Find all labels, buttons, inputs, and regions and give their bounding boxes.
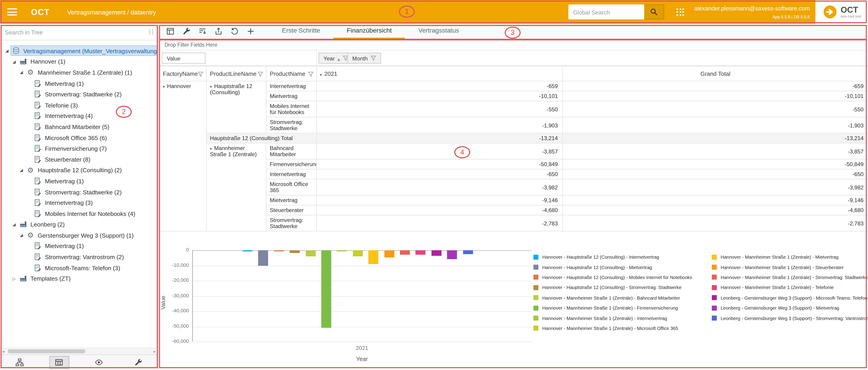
tab-erste-schritte[interactable]: Erste Schritte <box>269 24 334 39</box>
export-button[interactable] <box>211 25 227 38</box>
tree-item[interactable]: Telefonie (3) <box>0 100 157 110</box>
hierarchy-button[interactable] <box>10 356 30 369</box>
filter-icon[interactable] <box>308 71 313 77</box>
history-button[interactable] <box>227 25 243 38</box>
chart-bar <box>431 250 441 256</box>
gridline <box>193 296 532 297</box>
wrench-button[interactable] <box>128 356 148 369</box>
add-button[interactable] <box>243 25 259 38</box>
tree-expander-icon[interactable]: ◢ <box>18 233 25 238</box>
form-view-button[interactable] <box>162 25 178 38</box>
eye-button[interactable] <box>89 356 109 369</box>
tree-item[interactable]: Microsoft-Teams: Telefon (3) <box>0 262 157 273</box>
tree-item[interactable]: ◢Hannover (1) <box>0 56 157 67</box>
collapse-row-icon[interactable] <box>210 85 212 89</box>
export-icon <box>214 27 223 36</box>
tree-item-content: ⚙Gerstensburger Weg 3 (Support) (1) <box>25 230 136 240</box>
col-header-factoryname[interactable]: FactoryName <box>159 66 206 81</box>
tree-item[interactable]: Mietvertrag (1) <box>0 176 157 187</box>
global-search-input[interactable] <box>568 4 644 20</box>
pivot-body: HannoverHauptstraße 12 (Consulting)Inter… <box>159 81 868 231</box>
chart-bar <box>258 250 268 266</box>
user-email[interactable]: alexander.plessmann@saxess-software.com <box>694 5 810 11</box>
tree-item[interactable]: Mietvertrag (1) <box>0 241 157 251</box>
global-search-button[interactable] <box>645 4 664 20</box>
hamburger-menu-icon[interactable] <box>7 8 17 15</box>
tree-item[interactable]: ◢⚙Gerstensburger Weg 3 (Support) (1) <box>0 230 157 241</box>
tree-search-input[interactable] <box>5 29 150 35</box>
gear-icon: ⚙ <box>26 231 35 239</box>
tree-item[interactable]: Firmenversicherung (7) <box>0 143 157 154</box>
panel-handle-icon[interactable] <box>150 29 153 35</box>
month-field-chip[interactable]: Month <box>347 53 381 64</box>
expand-column-icon[interactable] <box>320 73 322 77</box>
legend-item: Hannover - Hauptstraße 12 (Consulting) -… <box>533 262 692 272</box>
tree-item[interactable]: Stromvertrag: Stadtwerke (2) <box>0 89 157 100</box>
legend-label: Hannover - Hauptstraße 12 (Consulting) -… <box>542 254 659 260</box>
tree-expander-icon[interactable]: ◢ <box>10 59 18 64</box>
tree-item-label: Mietvertrag (1) <box>45 80 84 87</box>
contract-icon <box>33 242 42 250</box>
contract-icon <box>33 177 42 186</box>
pivot-product-cell: Bahncard Mitarbeiter <box>266 143 317 159</box>
wrench-button[interactable] <box>178 25 194 38</box>
filter-icon[interactable] <box>370 56 376 61</box>
filter-fields-area[interactable]: Drop Filter Fields Here <box>159 39 868 51</box>
apps-grid-icon[interactable] <box>677 8 684 15</box>
tree-item[interactable]: Mobiles Internet für Notebooks (4) <box>0 208 157 219</box>
scroll-right-icon[interactable] <box>151 349 158 354</box>
collapse-row-icon[interactable] <box>210 147 212 151</box>
tree-expander-icon[interactable]: ◢ <box>10 222 18 227</box>
legend-swatch <box>533 295 538 300</box>
collapse-all-button[interactable] <box>194 25 211 38</box>
app-logo-text[interactable]: OCT <box>31 7 50 17</box>
tree-item-label: Templates (ZT) <box>31 275 71 282</box>
tree-expander-icon[interactable]: ▷ <box>10 276 18 281</box>
scroll-left-icon[interactable] <box>0 349 6 354</box>
tree-item[interactable]: Bahncard Mitarbeiter (5) <box>0 121 157 132</box>
col-header-productlinename[interactable]: ProductLineName <box>206 66 266 81</box>
tree-item[interactable]: Internetvertrag (4) <box>0 110 157 121</box>
pivot-product-cell: Internetvertrag <box>266 81 317 91</box>
tree-expander-icon[interactable]: ◢ <box>18 168 25 173</box>
collapse-row-icon[interactable] <box>163 85 165 89</box>
data-field-chip[interactable]: Value <box>162 53 205 64</box>
scrollbar-track[interactable] <box>6 349 151 354</box>
tree-expander-icon[interactable]: ◢ <box>18 70 25 75</box>
filter-icon[interactable] <box>258 71 263 77</box>
pivot-product-cell: Microsoft Office 365 <box>266 179 317 195</box>
tree-item[interactable]: ◢Leonberg (2) <box>0 219 157 230</box>
tree-item[interactable]: ▷Templates (ZT) <box>0 273 157 284</box>
tab-vertragsstatus[interactable]: Vertragsstatus <box>405 24 472 39</box>
tree-horizontal-scrollbar[interactable] <box>0 348 158 355</box>
y-tick-label: -60,000 <box>159 338 189 344</box>
legend-swatch <box>712 265 717 270</box>
legend-item: Hannover - Mannheimer Straße 1 (Zentrale… <box>712 262 868 272</box>
pivot-header-row: FactoryName ProductLineName ProductName … <box>159 66 868 81</box>
tree-item[interactable]: Internetvertrag (3) <box>0 197 157 208</box>
tree-item[interactable]: ◢⚙Mannheimer Straße 1 (Zentrale) (1) <box>0 67 157 78</box>
col-header-year-2021[interactable]: 2021 <box>316 66 562 81</box>
tree-item[interactable]: Stromvertrag: Vantrostrom (2) <box>0 251 157 262</box>
tree-item[interactable]: Steuerberater (8) <box>0 154 157 165</box>
col-header-productname[interactable]: ProductName <box>266 66 317 81</box>
tree-item[interactable]: ◢⚙Hauptstraße 12 (Consulting) (2) <box>0 165 157 176</box>
pivot-product-cell: Mietvertrag <box>266 91 317 101</box>
pivot-year-value: -3,857 <box>316 143 562 159</box>
pivot-grand-total-value: -4,680 <box>563 205 868 215</box>
contract-icon <box>33 123 42 131</box>
data-field-label: Value <box>167 55 180 61</box>
data-table-button[interactable] <box>49 356 69 369</box>
filter-icon[interactable] <box>198 71 203 77</box>
tree-item[interactable]: ◢Vertragsmanagement (Muster_Vertragsverw… <box>0 45 157 56</box>
tree-item[interactable]: Mietvertrag (1) <box>0 78 157 89</box>
tree-item-label: Leonberg (2) <box>31 221 65 228</box>
tree-item[interactable]: Microsoft Office 365 (6) <box>0 132 157 143</box>
col-header-label: FactoryName <box>163 70 198 77</box>
user-block: alexander.plessmann@saxess-software.com … <box>694 5 810 19</box>
tab-finanzübersicht[interactable]: Finanzübersicht <box>334 24 405 39</box>
tree-item[interactable]: Stromvertrag: Stadtwerke (2) <box>0 187 157 197</box>
tree-expander-icon[interactable]: ◢ <box>3 48 11 54</box>
scrollbar-thumb[interactable] <box>8 350 85 354</box>
pivot-row: HannoverHauptstraße 12 (Consulting)Inter… <box>159 81 868 91</box>
